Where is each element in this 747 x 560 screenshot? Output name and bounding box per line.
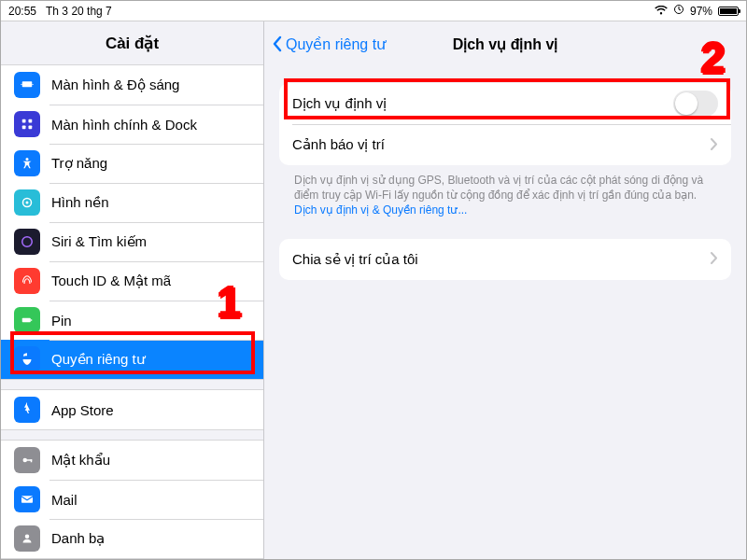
battery-percent: 97% (690, 5, 712, 18)
touchid-icon (14, 268, 40, 294)
detail-pane: Quyền riêng tư Dịch vụ định vị Dịch vụ đ… (264, 21, 746, 559)
svg-rect-16 (31, 459, 33, 462)
chevron-left-icon (272, 35, 282, 52)
status-bar: 20:55 Th 3 20 thg 7 97% (1, 1, 746, 21)
sidebar-item-label: Siri & Tìm kiếm (51, 233, 147, 250)
svg-rect-6 (22, 126, 26, 130)
svg-rect-12 (22, 318, 31, 323)
mail-icon (14, 486, 40, 512)
svg-rect-2 (21, 84, 22, 85)
sidebar-item-touchid-passcode[interactable]: Touch ID & Mật mã (1, 261, 263, 301)
sidebar-item-mail[interactable]: Mail (1, 480, 263, 519)
svg-rect-1 (22, 81, 33, 87)
location-services-toggle[interactable] (673, 91, 718, 117)
privacy-icon (14, 346, 40, 372)
row-share-my-location[interactable]: Chia sẻ vị trí của tôi (279, 239, 731, 280)
chevron-right-icon (711, 251, 718, 267)
svg-rect-17 (21, 496, 33, 503)
wifi-icon (655, 5, 668, 18)
sidebar-item-privacy[interactable]: Quyền riêng tư (1, 340, 263, 379)
footnote: Dịch vụ định vị sử dụng GPS, Bluetooth v… (279, 165, 731, 218)
battery-settings-icon (14, 307, 40, 333)
footnote-link[interactable]: Dịch vụ định vị & Quyền riêng tư... (294, 203, 467, 217)
sidebar-item-label: Mail (51, 492, 78, 508)
svg-point-8 (26, 158, 29, 161)
sidebar-item-contacts[interactable]: Danh bạ (1, 519, 263, 558)
svg-rect-3 (32, 84, 34, 85)
appstore-icon (14, 397, 40, 423)
wallpaper-icon (14, 189, 40, 216)
footnote-text: Dịch vụ định vị sử dụng GPS, Bluetooth v… (294, 174, 703, 202)
passwords-icon (14, 447, 40, 473)
status-time: 20:55 (8, 5, 36, 18)
page-title: Dịch vụ định vị (453, 35, 558, 53)
chevron-right-icon (711, 137, 718, 153)
row-label: Cảnh báo vị trí (292, 136, 385, 153)
detail-navbar: Quyền riêng tư Dịch vụ định vị (264, 21, 746, 66)
alarm-icon (673, 4, 684, 18)
svg-rect-5 (29, 119, 33, 123)
svg-point-11 (22, 237, 33, 247)
svg-rect-13 (31, 319, 33, 321)
contacts-icon (14, 525, 40, 552)
sidebar-item-passwords[interactable]: Mật khẩu (1, 441, 263, 480)
sidebar-item-siri-search[interactable]: Siri & Tìm kiếm (1, 222, 263, 261)
sidebar-item-label: Màn hình chính & Dock (51, 117, 197, 133)
sidebar-item-wallpaper[interactable]: Hình nền (1, 183, 263, 222)
battery-icon (718, 7, 739, 16)
svg-point-18 (25, 535, 30, 539)
display-icon (14, 72, 40, 98)
home-dock-icon (14, 111, 40, 137)
sidebar-item-label: Mật khẩu (51, 452, 110, 469)
back-label: Quyền riêng tư (286, 35, 386, 53)
sidebar-item-app-store[interactable]: App Store (1, 390, 263, 429)
sidebar-item-display-brightness[interactable]: Màn hình & Độ sáng (1, 65, 263, 105)
sidebar-item-home-dock[interactable]: Màn hình chính & Dock (1, 105, 263, 144)
sidebar-item-label: Danh bạ (51, 530, 105, 547)
svg-rect-4 (22, 119, 26, 123)
sidebar-title: Cài đặt (1, 21, 263, 64)
row-location-services[interactable]: Dịch vụ định vị (279, 83, 731, 124)
sidebar-item-label: Màn hình & Độ sáng (51, 77, 179, 93)
row-location-alerts[interactable]: Cảnh báo vị trí (279, 124, 731, 165)
sidebar-item-label: App Store (51, 402, 114, 418)
sidebar-item-label: Pin (51, 313, 72, 329)
svg-point-10 (26, 202, 29, 204)
sidebar-item-label: Trợ năng (51, 155, 107, 172)
row-label: Dịch vụ định vị (292, 95, 387, 112)
back-button[interactable]: Quyền riêng tư (272, 21, 386, 66)
status-date: Th 3 20 thg 7 (46, 5, 112, 18)
settings-sidebar: Cài đặt Màn hình & Độ sáng Màn hình chín… (1, 21, 264, 559)
siri-icon (14, 229, 40, 255)
sidebar-item-label: Hình nền (51, 194, 109, 211)
accessibility-icon (14, 150, 40, 176)
sidebar-item-label: Quyền riêng tư (51, 351, 146, 368)
sidebar-item-label: Touch ID & Mật mã (51, 273, 171, 289)
sidebar-item-accessibility[interactable]: Trợ năng (1, 144, 263, 183)
row-label: Chia sẻ vị trí của tôi (292, 251, 418, 268)
svg-rect-7 (29, 126, 33, 130)
sidebar-item-battery[interactable]: Pin (1, 301, 263, 340)
